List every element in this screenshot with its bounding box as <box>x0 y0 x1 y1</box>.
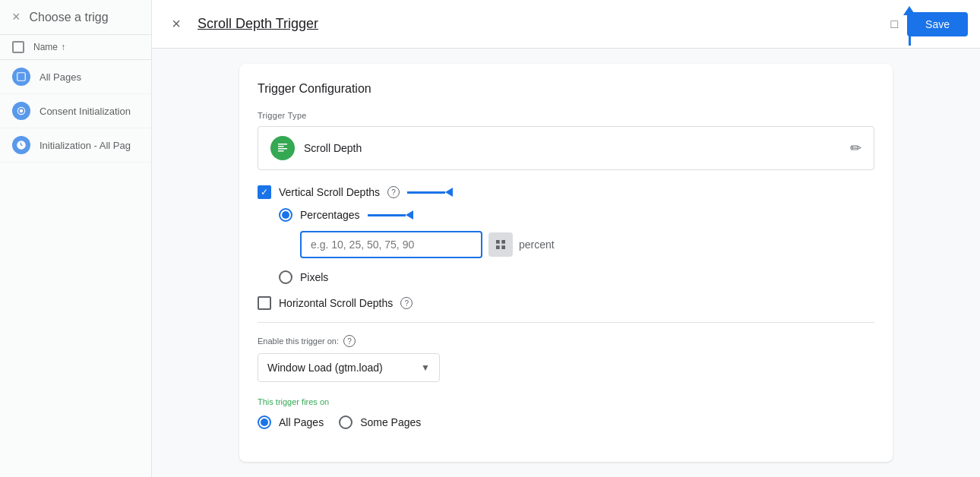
horizontal-scroll-checkbox[interactable] <box>258 296 271 310</box>
modal-title: Scroll Depth Trigger <box>198 16 881 32</box>
name-column-header: Name ↑ <box>33 42 65 52</box>
horizontal-scroll-help-icon[interactable]: ? <box>400 297 413 309</box>
all-pages-label: All Pages <box>40 71 81 83</box>
percentages-radio[interactable] <box>279 208 292 222</box>
svg-rect-0 <box>17 73 26 81</box>
trigger-type-name: Scroll Depth <box>304 142 841 154</box>
all-pages-fires-label: All Pages <box>279 416 324 428</box>
radio-group: Percentages percen <box>279 208 874 284</box>
table-header: Name ↑ <box>0 35 151 60</box>
all-pages-icon <box>12 68 30 86</box>
percentages-input-row: percent <box>300 231 874 258</box>
pixels-label: Pixels <box>300 271 328 283</box>
percentages-row: Percentages <box>279 208 874 222</box>
modal-header: × Scroll Depth Trigger □ Save <box>152 0 980 49</box>
config-panel: Trigger Configuration Trigger Type Scrol… <box>239 64 893 462</box>
modal-container: × Scroll Depth Trigger □ Save Trigger Co… <box>152 0 980 477</box>
trigger-type-icon <box>270 136 295 160</box>
modal: × Scroll Depth Trigger □ Save Trigger Co… <box>152 0 980 477</box>
dropdown-arrow-icon: ▼ <box>421 362 430 373</box>
init-icon <box>12 136 30 154</box>
vertical-scroll-checkbox[interactable]: ✓ <box>258 185 271 199</box>
percent-unit-label: percent <box>519 238 555 251</box>
percentages-input[interactable] <box>300 231 482 258</box>
some-pages-radio[interactable] <box>339 415 352 429</box>
fires-on-row: All Pages Some Pages <box>258 415 874 429</box>
fires-on-label: This trigger fires on <box>258 397 874 406</box>
svg-point-2 <box>20 109 24 113</box>
modal-body: Trigger Configuration Trigger Type Scrol… <box>152 49 980 477</box>
enable-label: Enable this trigger on: ? <box>258 335 874 347</box>
config-title: Trigger Configuration <box>258 82 874 96</box>
vertical-scroll-help-icon[interactable]: ? <box>387 186 400 198</box>
percentages-arrow-annotation <box>368 210 413 220</box>
vertical-scroll-section: ✓ Vertical Scroll Depths ? Percentages <box>258 185 874 284</box>
pixels-radio[interactable] <box>279 270 292 284</box>
enable-help-icon[interactable]: ? <box>343 335 356 347</box>
modal-close-icon[interactable]: × <box>164 12 188 36</box>
window-icon[interactable]: □ <box>890 17 898 31</box>
pixels-row: Pixels <box>279 270 874 284</box>
left-panel-close-icon[interactable]: × <box>12 9 21 25</box>
consent-icon <box>12 102 30 120</box>
divider <box>258 322 874 323</box>
vertical-arrow-annotation <box>407 188 453 197</box>
list-item[interactable]: All Pages <box>0 60 151 94</box>
dropdown-value: Window Load (gtm.load) <box>267 362 383 374</box>
consent-label: Consent Initialization <box>40 106 131 117</box>
left-panel: × Choose a trigg Name ↑ All Pages Consen… <box>0 0 152 477</box>
select-all-checkbox[interactable] <box>12 41 24 53</box>
left-panel-header: × Choose a trigg <box>0 0 151 35</box>
horizontal-scroll-label: Horizontal Scroll Depths <box>279 297 393 309</box>
all-pages-radio-row: All Pages <box>258 415 324 429</box>
some-pages-radio-row: Some Pages <box>339 415 421 429</box>
enable-trigger-dropdown[interactable]: Window Load (gtm.load) ▼ <box>258 353 440 382</box>
save-button[interactable]: Save <box>907 12 968 36</box>
list-item[interactable]: Consent Initialization <box>0 94 151 128</box>
some-pages-fires-label: Some Pages <box>360 416 421 428</box>
vertical-scroll-label: Vertical Scroll Depths <box>279 186 380 198</box>
all-pages-radio[interactable] <box>258 415 271 429</box>
left-panel-title: Choose a trigg <box>30 11 109 24</box>
trigger-type-label: Trigger Type <box>258 111 874 120</box>
vertical-scroll-row: ✓ Vertical Scroll Depths ? <box>258 185 874 199</box>
edit-pencil-icon[interactable]: ✏ <box>850 140 861 156</box>
list-item[interactable]: Initialization - All Pag <box>0 128 151 163</box>
percentages-label: Percentages <box>300 209 360 221</box>
horizontal-scroll-row: Horizontal Scroll Depths ? <box>258 296 874 310</box>
init-label: Initialization - All Pag <box>40 140 131 151</box>
grid-icon[interactable] <box>488 232 513 257</box>
trigger-type-box[interactable]: Scroll Depth ✏ <box>258 126 874 170</box>
